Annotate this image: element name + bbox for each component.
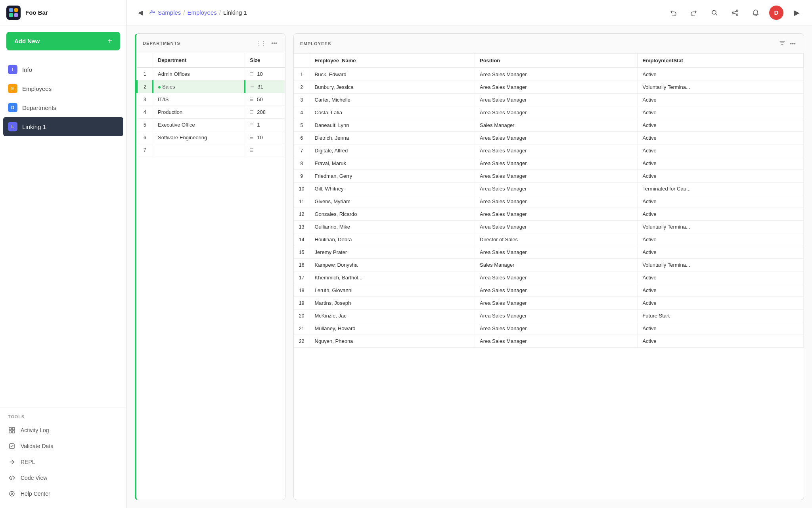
- row-num: 22: [294, 335, 310, 348]
- emp-name-cell: Dietrich, Jenna: [310, 132, 475, 144]
- row-num: 18: [294, 284, 310, 297]
- expand-icon[interactable]: ☰: [250, 135, 254, 140]
- employees-more-btn[interactable]: •••: [788, 38, 797, 48]
- table-row[interactable]: 6 Software Engineering ☰ 10: [137, 131, 285, 144]
- emp-name-cell: Digitale, Alfred: [310, 144, 475, 157]
- tool-repl[interactable]: REPL: [8, 454, 119, 470]
- table-row[interactable]: 2 Sales ☰ 31: [137, 81, 285, 93]
- table-row[interactable]: 21 Mullaney, Howard Area Sales Manager A…: [294, 322, 804, 335]
- table-row[interactable]: 8 Fraval, Maruk Area Sales Manager Activ…: [294, 157, 804, 170]
- expand-icon[interactable]: ☰: [250, 71, 254, 77]
- table-row[interactable]: 7 ☰: [137, 144, 285, 156]
- expand-icon[interactable]: ☰: [250, 84, 254, 89]
- emp-name-cell: Kampew, Donysha: [310, 259, 475, 271]
- row-num: 4: [294, 106, 310, 119]
- help-center-icon: [8, 490, 16, 498]
- table-row[interactable]: 12 Gonzales, Ricardo Area Sales Manager …: [294, 208, 804, 221]
- tool-help-center[interactable]: Help Center: [8, 486, 119, 502]
- tool-activity-log[interactable]: Activity Log: [8, 422, 119, 438]
- user-avatar[interactable]: D: [769, 6, 783, 20]
- plus-icon: +: [107, 37, 112, 46]
- emp-status-cell: Active: [638, 233, 804, 246]
- table-row[interactable]: 1 Buck, Edward Area Sales Manager Active: [294, 68, 804, 81]
- emp-position-cell: Area Sales Manager: [475, 183, 638, 195]
- expand-icon[interactable]: ☰: [250, 148, 254, 153]
- add-new-button[interactable]: Add New +: [6, 32, 120, 50]
- row-num: 6: [294, 132, 310, 144]
- brand-name: Foo Bar: [25, 9, 48, 16]
- table-row[interactable]: 6 Dietrich, Jenna Area Sales Manager Act…: [294, 132, 804, 144]
- share-button[interactable]: [728, 6, 742, 20]
- sidebar-item-info[interactable]: I Info: [0, 60, 126, 79]
- expand-icon[interactable]: ☰: [250, 110, 254, 115]
- emp-status-cell: Active: [638, 170, 804, 183]
- sidebar-item-departments-label: Departments: [22, 104, 56, 111]
- emp-name-cell: Nguyen, Pheona: [310, 335, 475, 348]
- employees-table: Employee_Name Position EmploymentStat 1 …: [294, 54, 804, 348]
- departments-icon: D: [8, 103, 17, 112]
- dept-size-cell: ☰ 10: [245, 67, 285, 81]
- sidebar-toggle-right[interactable]: ▶: [790, 6, 804, 20]
- expand-icon[interactable]: ☰: [250, 97, 254, 102]
- undo-button[interactable]: [666, 6, 680, 20]
- svg-rect-2: [9, 431, 11, 433]
- table-row[interactable]: 4 Production ☰ 208: [137, 106, 285, 119]
- dept-rownum-header: [137, 53, 153, 67]
- dept-name-cell: [153, 144, 245, 156]
- breadcrumb-employees[interactable]: Employees: [188, 9, 217, 16]
- sidebar-item-employees[interactable]: E Employees: [0, 79, 126, 98]
- app-logo: [6, 6, 21, 20]
- svg-point-6: [11, 493, 13, 495]
- tool-validate-data[interactable]: Validate Data: [8, 438, 119, 454]
- sidebar-toggle-left[interactable]: ◀: [135, 7, 146, 18]
- emp-position-cell: Area Sales Manager: [475, 271, 638, 284]
- table-row[interactable]: 19 Martins, Joseph Area Sales Manager Ac…: [294, 297, 804, 310]
- emp-status-header: EmploymentStat: [638, 54, 804, 68]
- table-row[interactable]: 13 Guilianno, Mike Area Sales Manager Vo…: [294, 221, 804, 233]
- emp-position-cell: Area Sales Manager: [475, 208, 638, 221]
- table-row[interactable]: 14 Houlihan, Debra Director of Sales Act…: [294, 233, 804, 246]
- table-row[interactable]: 5 Executive Office ☰ 1: [137, 119, 285, 131]
- dept-size-value: 1: [257, 122, 260, 128]
- table-row[interactable]: 5 Daneault, Lynn Sales Manager Active: [294, 119, 804, 132]
- table-row[interactable]: 2 Bunbury, Jessica Area Sales Manager Vo…: [294, 81, 804, 94]
- breadcrumb-samples[interactable]: Samples: [158, 9, 181, 16]
- table-row[interactable]: 22 Nguyen, Pheona Area Sales Manager Act…: [294, 335, 804, 348]
- main-content: ◀ Samples / Employees / Linking 1: [127, 0, 812, 508]
- table-row[interactable]: 16 Kampew, Donysha Sales Manager Volunta…: [294, 259, 804, 271]
- row-num: 6: [137, 131, 153, 144]
- table-row[interactable]: 20 McKinzie, Jac Area Sales Manager Futu…: [294, 310, 804, 322]
- departments-more-btn[interactable]: •••: [270, 38, 279, 48]
- emp-status-cell: Terminated for Cau...: [638, 183, 804, 195]
- table-row[interactable]: 17 Khemmich, Barthol... Area Sales Manag…: [294, 271, 804, 284]
- notifications-button[interactable]: [749, 6, 763, 20]
- table-row[interactable]: 10 Gill, Whitney Area Sales Manager Term…: [294, 183, 804, 195]
- repl-icon: [8, 458, 16, 466]
- table-row[interactable]: 11 Givens, Myriam Area Sales Manager Act…: [294, 195, 804, 208]
- redo-button[interactable]: [687, 6, 701, 20]
- table-row[interactable]: 9 Friedman, Gerry Area Sales Manager Act…: [294, 170, 804, 183]
- row-num: 11: [294, 195, 310, 208]
- emp-position-cell: Area Sales Manager: [475, 68, 638, 81]
- emp-position-cell: Area Sales Manager: [475, 106, 638, 119]
- table-row[interactable]: 3 Carter, Michelle Area Sales Manager Ac…: [294, 94, 804, 106]
- emp-name-cell: Leruth, Giovanni: [310, 284, 475, 297]
- table-row[interactable]: 7 Digitale, Alfred Area Sales Manager Ac…: [294, 144, 804, 157]
- sidebar-item-departments[interactable]: D Departments: [0, 98, 126, 117]
- table-row[interactable]: 1 Admin Offices ☰ 10: [137, 67, 285, 81]
- expand-icon[interactable]: ☰: [250, 122, 254, 127]
- svg-point-9: [732, 12, 734, 13]
- table-row[interactable]: 15 Jeremy Prater Area Sales Manager Acti…: [294, 246, 804, 259]
- tool-code-view[interactable]: Code View: [8, 470, 119, 486]
- sidebar-item-linking1[interactable]: L Linking 1: [3, 117, 123, 136]
- emp-status-cell: Active: [638, 284, 804, 297]
- breadcrumb-current: Linking 1: [223, 9, 247, 16]
- emp-name-cell: Houlihan, Debra: [310, 233, 475, 246]
- table-row[interactable]: 3 IT/IS ☰ 50: [137, 93, 285, 106]
- employees-filter-btn[interactable]: [778, 38, 787, 48]
- table-row[interactable]: 4 Costa, Latia Area Sales Manager Active: [294, 106, 804, 119]
- departments-filter-btn[interactable]: ⋮⋮: [254, 38, 268, 48]
- emp-status-cell: Active: [638, 94, 804, 106]
- table-row[interactable]: 18 Leruth, Giovanni Area Sales Manager A…: [294, 284, 804, 297]
- search-button[interactable]: [707, 6, 722, 20]
